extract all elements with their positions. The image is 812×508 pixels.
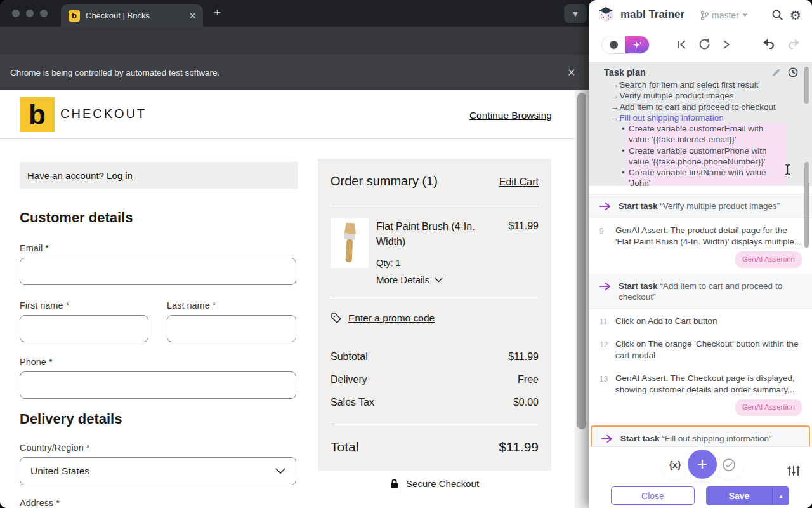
- start-task-arrow-icon: [601, 434, 613, 443]
- task-plan-subtask[interactable]: •Create variable customerEmail with valu…: [589, 123, 812, 145]
- branch-icon: [700, 11, 709, 20]
- secure-checkout-label: Secure Checkout: [406, 478, 479, 489]
- task-plan-title: Task plan: [604, 67, 646, 77]
- divider: [331, 297, 539, 297]
- steps-list: Start task “Verify multiple product imag…: [589, 190, 812, 446]
- start-task-row[interactable]: Start task “Fill out shipping informatio…: [591, 425, 810, 447]
- summary-total-row: Subtotal$11.99: [331, 351, 539, 363]
- first-name-input[interactable]: [20, 315, 148, 342]
- continue-browsing-link[interactable]: Continue Browsing: [469, 110, 552, 121]
- order-summary-panel: Order summary (1) Edit Cart Flat Paint B…: [318, 159, 551, 471]
- skip-to-start-button[interactable]: [677, 39, 687, 50]
- step-number: 9: [599, 226, 604, 237]
- task-plan-item[interactable]: →Verify multiple product images: [610, 90, 794, 101]
- start-task-arrow-icon: [599, 202, 612, 211]
- more-details-toggle[interactable]: More Details: [376, 274, 443, 285]
- customer-details-heading: Customer details: [20, 210, 133, 226]
- first-name-label: First name *: [20, 300, 69, 311]
- undo-button[interactable]: [763, 38, 777, 49]
- task-plan-subtask[interactable]: •Create variable firstName with value 'J…: [589, 167, 812, 186]
- checkmark-icon: [722, 458, 736, 472]
- window-control-dot[interactable]: [12, 10, 20, 17]
- save-button[interactable]: Save ▲: [706, 486, 789, 505]
- record-mode-toggle[interactable]: [601, 36, 650, 54]
- settings-gear-icon[interactable]: ⚙: [790, 8, 801, 23]
- taskplan-scrollbar-thumb[interactable]: [804, 67, 809, 104]
- product-name: Flat Paint Brush (4-In. Width): [376, 219, 484, 250]
- chevron-down-icon: [435, 277, 443, 283]
- address-label: Address *: [20, 498, 60, 508]
- total-row: Total $11.99: [331, 439, 539, 455]
- promo-code-link[interactable]: Enter a promo code: [331, 312, 435, 324]
- login-link[interactable]: Log in: [107, 170, 133, 181]
- total-label: Total: [331, 439, 358, 455]
- browser-tab[interactable]: b Checkout | Bricks ✕: [61, 4, 203, 27]
- text-cursor: [784, 164, 791, 175]
- step-number: 12: [599, 340, 608, 351]
- email-input[interactable]: [20, 258, 296, 285]
- order-summary-heading: Order summary (1): [331, 174, 438, 189]
- step-row[interactable]: 9GenAI Assert: The product detail page f…: [589, 218, 812, 274]
- chevron-down-icon: [275, 468, 285, 474]
- mabl-trainer-panel: mabl Trainer master ⚙ Task plan →Search …: [589, 0, 812, 508]
- variables-button[interactable]: {x}: [664, 453, 686, 476]
- product-image: [331, 218, 369, 268]
- page-scrollbar[interactable]: [575, 90, 589, 508]
- add-step-button[interactable]: +: [688, 450, 717, 479]
- ai-sparkle-button[interactable]: [625, 36, 649, 53]
- lock-icon: [390, 479, 398, 488]
- country-label: Country/Region *: [20, 443, 89, 453]
- search-icon[interactable]: [771, 9, 783, 21]
- task-plan-item[interactable]: →Fill out shipping information: [610, 112, 794, 123]
- task-plan-list: →Search for item and select first result…: [610, 79, 794, 123]
- record-button[interactable]: [602, 36, 625, 53]
- tab-close-icon[interactable]: ✕: [188, 11, 197, 20]
- branch-name: master: [712, 10, 739, 20]
- window-control-dot[interactable]: [26, 10, 34, 17]
- chevron-down-icon: [742, 13, 748, 17]
- task-plan-panel: Task plan →Search for item and select fi…: [589, 62, 812, 186]
- close-button[interactable]: Close: [611, 486, 695, 505]
- step-row[interactable]: 11Click on Add to Cart button: [589, 309, 812, 333]
- genai-assertion-badge: GenAI Assertion: [735, 399, 802, 416]
- phone-input[interactable]: [20, 371, 296, 399]
- start-task-row[interactable]: Start task “Verify multiple product imag…: [589, 194, 812, 218]
- task-plan-subtask[interactable]: •Create variable customerPhone with valu…: [589, 145, 812, 168]
- steps-scrollbar-thumb[interactable]: [804, 162, 809, 248]
- task-plan-edit-icon[interactable]: [771, 68, 781, 77]
- branch-selector[interactable]: master: [700, 10, 748, 20]
- assertion-button[interactable]: [717, 453, 740, 476]
- step-row[interactable]: 13GenAI Assert: The Checkout page is dis…: [589, 366, 812, 422]
- step-filter-button[interactable]: [787, 465, 800, 477]
- step-row[interactable]: 12Click on The orange 'Checkout' button …: [589, 332, 812, 366]
- country-select[interactable]: United States: [20, 457, 296, 485]
- page-scrollbar-thumb[interactable]: [577, 93, 586, 429]
- start-task-row[interactable]: Start task “Add item to cart and proceed…: [589, 274, 812, 309]
- redo-button[interactable]: [785, 38, 800, 49]
- task-plan-subtasks: •Create variable customerEmail with valu…: [589, 123, 812, 186]
- summary-total-row: Sales Tax$0.00: [331, 397, 539, 408]
- task-plan-history-icon[interactable]: [788, 67, 798, 77]
- account-prompt: Have an account? Log in: [20, 162, 298, 189]
- divider: [331, 425, 539, 425]
- replay-button[interactable]: [698, 37, 711, 51]
- last-name-input[interactable]: [167, 315, 296, 342]
- sparkle-icon: [632, 40, 643, 50]
- product-qty: Qty: 1: [376, 258, 401, 268]
- step-number: 11: [599, 317, 607, 328]
- account-text: Have an account?: [27, 170, 104, 181]
- banner-close-icon[interactable]: ✕: [567, 67, 575, 79]
- brand-logo[interactable]: b: [20, 97, 55, 132]
- header-divider: [0, 138, 575, 139]
- tab-strip-chevron-button[interactable]: ▼: [564, 4, 587, 23]
- save-button-label[interactable]: Save: [706, 486, 772, 505]
- save-dropdown-button[interactable]: ▲: [772, 486, 789, 505]
- task-plan-item[interactable]: →Add item to cart and proceed to checkou…: [610, 102, 794, 112]
- task-plan-item[interactable]: →Search for item and select first result: [610, 79, 794, 90]
- new-tab-button[interactable]: +: [214, 6, 221, 20]
- trainer-bottom-bar: {x} + Close Save ▲: [589, 446, 812, 508]
- window-control-dot[interactable]: [40, 10, 48, 17]
- edit-cart-link[interactable]: Edit Cart: [499, 177, 539, 188]
- step-forward-button[interactable]: [723, 39, 730, 50]
- more-details-label: More Details: [376, 274, 429, 285]
